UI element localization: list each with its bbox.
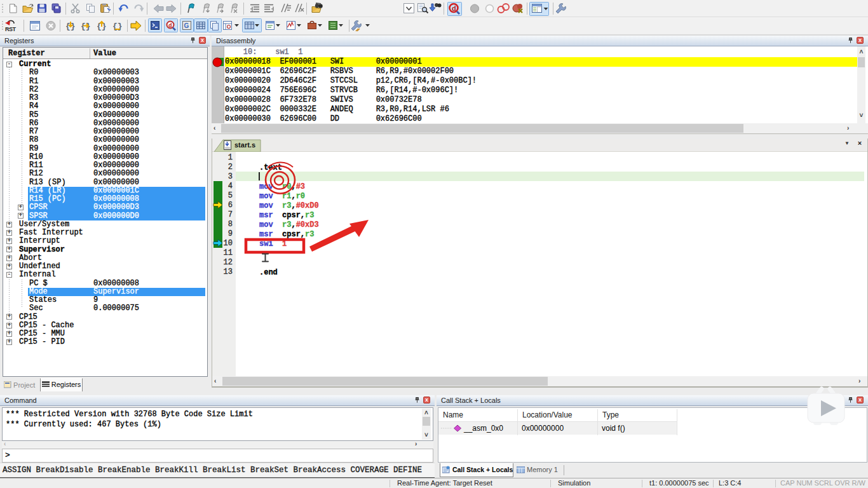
svg-text:d: d: [452, 4, 456, 12]
svg-text:G: G: [184, 22, 189, 29]
svg-text:d: d: [168, 22, 172, 29]
svg-text:RST: RST: [5, 26, 17, 32]
